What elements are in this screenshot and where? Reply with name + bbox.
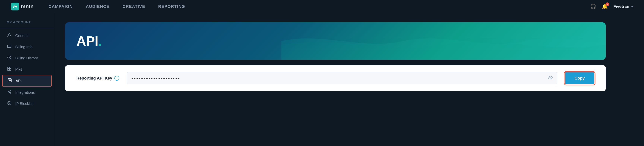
svg-rect-6 bbox=[10, 67, 11, 69]
nav-links: CAMPAIGN AUDIENCE CREATIVE REPORTING bbox=[48, 3, 575, 10]
svg-point-15 bbox=[10, 93, 11, 93]
sidebar-label-integrations: Integrations bbox=[15, 90, 35, 95]
content-area: API. Reporting API Key i •••••••••••••••… bbox=[54, 13, 644, 146]
main-layout: MY ACCOUNT General Billing Info bbox=[0, 13, 644, 146]
sidebar-label-ip-blocklist: IP Blocklist bbox=[15, 102, 33, 106]
sidebar-item-integrations[interactable]: Integrations bbox=[0, 87, 54, 98]
api-dot: . bbox=[98, 34, 102, 49]
svg-line-17 bbox=[8, 92, 10, 93]
logo-icon bbox=[11, 3, 19, 11]
sidebar-item-general[interactable]: General bbox=[0, 30, 54, 41]
svg-point-0 bbox=[8, 34, 10, 35]
api-key-dots: •••••••••••••••••••• bbox=[131, 75, 545, 81]
sidebar-label-billing-info: Billing Info bbox=[15, 45, 32, 49]
svg-point-13 bbox=[8, 91, 8, 92]
headphone-icon[interactable]: 🎧 bbox=[590, 4, 596, 9]
svg-rect-1 bbox=[8, 45, 11, 48]
sidebar-item-pixel[interactable]: Pixel bbox=[0, 64, 54, 75]
logo[interactable]: mntn bbox=[11, 3, 34, 11]
api-key-label: Reporting API Key i bbox=[76, 76, 119, 81]
svg-line-16 bbox=[8, 91, 10, 92]
pixel-icon bbox=[7, 67, 12, 72]
svg-point-14 bbox=[10, 90, 11, 91]
logo-text: mntn bbox=[21, 4, 34, 10]
svg-line-19 bbox=[8, 102, 10, 104]
chevron-down-icon: ▾ bbox=[631, 5, 633, 9]
sidebar-item-ip-blocklist[interactable]: IP Blocklist bbox=[0, 98, 54, 109]
sidebar-label-api: API bbox=[16, 79, 22, 83]
sidebar-section-title: MY ACCOUNT bbox=[0, 21, 54, 28]
nav-creative[interactable]: CREATIVE bbox=[122, 3, 145, 10]
notification-wrapper: 🔔 1 bbox=[602, 4, 608, 9]
api-icon bbox=[7, 78, 12, 83]
nav-campaign[interactable]: CAMPAIGN bbox=[48, 3, 73, 10]
notification-badge: 1 bbox=[606, 3, 609, 6]
blocklist-icon bbox=[7, 101, 12, 106]
person-icon bbox=[7, 33, 12, 38]
eye-icon[interactable] bbox=[548, 75, 553, 81]
sidebar-label-billing-history: Billing History bbox=[15, 56, 38, 60]
credit-card-icon bbox=[7, 44, 12, 50]
api-banner-title: API. bbox=[76, 33, 102, 49]
history-icon bbox=[7, 55, 12, 61]
user-name: Fivetran bbox=[613, 4, 629, 9]
sidebar-label-pixel: Pixel bbox=[15, 67, 23, 72]
copy-button[interactable]: Copy bbox=[565, 72, 594, 84]
sidebar-item-billing-history[interactable]: Billing History bbox=[0, 52, 54, 64]
nav-right: 🎧 🔔 1 Fivetran ▾ bbox=[590, 4, 633, 9]
top-nav: mntn CAMPAIGN AUDIENCE CREATIVE REPORTIN… bbox=[0, 0, 644, 13]
svg-rect-5 bbox=[8, 67, 9, 69]
sidebar-item-api[interactable]: API bbox=[2, 75, 52, 87]
integrations-icon bbox=[7, 90, 12, 95]
api-key-row: Reporting API Key i ••••••••••••••••••••… bbox=[65, 65, 606, 91]
sidebar-item-billing-info[interactable]: Billing Info bbox=[0, 41, 54, 52]
sidebar: MY ACCOUNT General Billing Info bbox=[0, 13, 54, 146]
svg-rect-8 bbox=[10, 69, 11, 70]
user-menu[interactable]: Fivetran ▾ bbox=[613, 4, 633, 9]
nav-reporting[interactable]: REPORTING bbox=[158, 3, 185, 10]
info-icon[interactable]: i bbox=[114, 76, 119, 81]
svg-rect-7 bbox=[8, 69, 9, 70]
nav-audience[interactable]: AUDIENCE bbox=[86, 3, 110, 10]
api-key-input: •••••••••••••••••••• bbox=[127, 72, 557, 84]
api-banner: API. bbox=[65, 22, 606, 60]
sidebar-label-general: General bbox=[15, 34, 28, 38]
